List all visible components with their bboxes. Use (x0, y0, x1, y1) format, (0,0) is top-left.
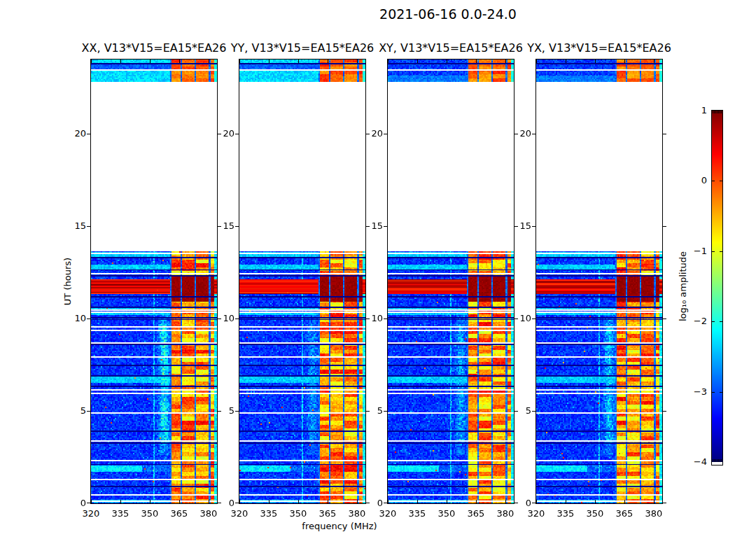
y-tick-mark (532, 503, 536, 503)
y-tick-mark (235, 503, 239, 503)
y-tick-mark (235, 226, 239, 227)
y-tick-mark (87, 411, 90, 412)
y-tick-mark (235, 411, 239, 412)
y-tick-label: 0 (62, 498, 86, 508)
x-tick-label: 350 (134, 509, 165, 519)
x-tick-label: 380 (193, 509, 224, 519)
x-tick-label: 380 (490, 509, 521, 519)
y-tick-mark (87, 226, 90, 227)
x-tick-label: 335 (550, 509, 581, 519)
y-tick-label: 5 (211, 406, 234, 416)
spectrogram-xy (388, 59, 514, 503)
y-tick-mark (384, 411, 387, 412)
x-tick-label: 380 (638, 509, 669, 519)
y-tick-mark (663, 318, 666, 319)
colorbar-tick-label: −4 (682, 457, 707, 467)
y-tick-mark (532, 411, 536, 412)
y-tick-label: 20 (62, 129, 86, 139)
colorbar-tick-label: −3 (682, 387, 707, 397)
x-tick-label: 365 (461, 509, 491, 519)
y-tick-label: 20 (359, 129, 383, 139)
y-tick-label: 0 (507, 498, 531, 508)
colorbar-gradient (712, 111, 722, 462)
x-tick-label: 365 (164, 509, 195, 519)
y-tick-label: 10 (507, 314, 531, 323)
y-tick-mark (384, 134, 387, 134)
y-tick-mark (532, 134, 536, 134)
y-tick-mark (532, 226, 536, 227)
x-tick-label: 335 (105, 509, 136, 519)
x-tick-label: 365 (312, 509, 343, 519)
colorbar-tick-label: 1 (682, 106, 707, 115)
x-tick-label: 320 (224, 509, 255, 519)
spectrogram-xx (91, 59, 217, 503)
y-tick-label: 20 (507, 129, 531, 139)
spectrogram-yx (536, 59, 662, 503)
y-tick-label: 5 (359, 406, 383, 416)
y-tick-label: 5 (507, 406, 531, 416)
y-tick-label: 0 (211, 498, 234, 508)
x-tick-label: 335 (402, 509, 433, 519)
colorbar-tick-label: 0 (682, 176, 707, 186)
y-tick-label: 15 (359, 221, 383, 231)
y-axis-label: UT (hours) (63, 258, 73, 305)
y-tick-mark (663, 226, 666, 227)
panel-title-xy: XY, V13*V15=EA15*EA26 (379, 42, 523, 55)
x-axis-label: frequency (MHz) (302, 522, 377, 531)
panel-title-xx: XX, V13*V15=EA15*EA26 (82, 42, 227, 55)
y-tick-label: 0 (359, 498, 383, 508)
x-tick-label: 320 (372, 509, 403, 519)
x-tick-label: 320 (521, 509, 552, 519)
y-tick-mark (663, 411, 666, 412)
x-tick-label: 350 (431, 509, 462, 519)
x-tick-label: 380 (342, 509, 372, 519)
panel-title-yx: YX, V13*V15=EA15*EA26 (527, 42, 671, 55)
y-tick-mark (235, 134, 239, 134)
colorbar (711, 110, 723, 465)
x-tick-label: 350 (580, 509, 610, 519)
y-tick-label: 10 (359, 314, 383, 323)
x-tick-label: 365 (609, 509, 640, 519)
y-tick-label: 20 (211, 129, 234, 139)
panel-yx: YX, V13*V15=EA15*EA26 (536, 59, 663, 504)
y-tick-mark (87, 503, 90, 503)
y-tick-label: 15 (507, 221, 531, 231)
y-tick-label: 10 (62, 314, 86, 323)
y-tick-mark (384, 318, 387, 319)
y-tick-mark (532, 318, 536, 319)
panel-xx: XX, V13*V15=EA15*EA26 (90, 59, 218, 504)
figure: 2021-06-16 0.0-24.0 XX, V13*V15=EA15*EA2… (0, 0, 735, 560)
y-tick-mark (663, 134, 666, 134)
y-tick-label: 15 (62, 221, 86, 231)
colorbar-label: log₁₀ amplitude (678, 251, 688, 321)
y-tick-mark (87, 134, 90, 134)
figure-title: 2021-06-16 0.0-24.0 (379, 7, 517, 21)
y-tick-mark (87, 318, 90, 319)
y-tick-mark (235, 318, 239, 319)
y-tick-mark (384, 503, 387, 503)
y-tick-mark (384, 226, 387, 227)
y-tick-label: 10 (211, 314, 234, 323)
y-tick-label: 15 (211, 221, 234, 231)
spectrogram-yy (239, 59, 365, 503)
x-tick-label: 350 (283, 509, 314, 519)
x-tick-label: 335 (253, 509, 284, 519)
panel-yy: YY, V13*V15=EA15*EA26 (239, 59, 366, 504)
y-tick-label: 5 (62, 406, 86, 416)
panel-xy: XY, V13*V15=EA15*EA26 (387, 59, 514, 504)
y-tick-mark (663, 503, 666, 503)
x-tick-label: 320 (76, 509, 106, 519)
panel-title-yy: YY, V13*V15=EA15*EA26 (231, 42, 374, 55)
